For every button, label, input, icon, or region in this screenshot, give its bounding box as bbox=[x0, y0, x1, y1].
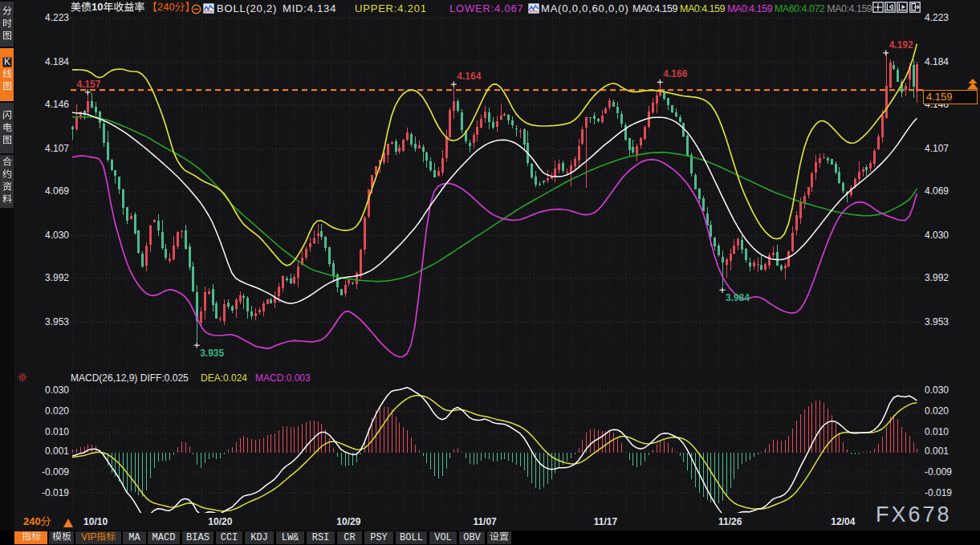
boll-lower-value: LOWER:4.067 bbox=[449, 2, 524, 14]
date-tick-5: 11/26 bbox=[718, 516, 742, 527]
price-tick-l-0: 4.223 bbox=[16, 13, 69, 22]
price-tick-r-3: 4.107 bbox=[925, 144, 949, 153]
red-sun-icon[interactable] bbox=[18, 372, 27, 382]
svg-text:3.984: 3.984 bbox=[726, 292, 750, 303]
svg-text:3.935: 3.935 bbox=[200, 348, 224, 359]
macd-tick-l-3: 0.001 bbox=[16, 446, 69, 456]
current-price-value: 4.159 bbox=[926, 91, 953, 103]
toolbar-CR[interactable]: CR bbox=[337, 531, 362, 544]
toolbar-BOLL[interactable]: BOLL bbox=[396, 531, 427, 544]
move-crosshair-icon[interactable] bbox=[872, 2, 884, 13]
macd-tick-l-1: 0.020 bbox=[16, 406, 69, 416]
toolbar-[interactable] bbox=[14, 531, 47, 544]
macd-tick-l-0: 0.030 bbox=[16, 385, 69, 395]
toolbar-MACD[interactable]: MACD bbox=[148, 531, 180, 544]
svg-text:V: V bbox=[81, 531, 87, 543]
macd-tick-r-5: -0.019 bbox=[925, 488, 952, 498]
svg-text:0: 0 bbox=[35, 515, 40, 527]
macd-macd-value: MACD:0.003 bbox=[255, 372, 311, 384]
macd-params-diff: MACD(26,12,9) DIFF:0.025 bbox=[71, 372, 189, 384]
price-tick-l-1: 4.184 bbox=[16, 57, 69, 67]
date-tick-0: 10/10 bbox=[83, 516, 108, 527]
price-tick-l-3: 4.107 bbox=[16, 144, 69, 153]
sidebar-tab-3[interactable] bbox=[0, 103, 14, 153]
ma-value-2: MA0:4.159 bbox=[727, 3, 772, 14]
current-price-box: 4.159 bbox=[923, 90, 978, 104]
sidebar-tab-4[interactable] bbox=[0, 155, 14, 208]
svg-text:4.164: 4.164 bbox=[457, 71, 481, 82]
ma-value-1: MA0:4.159 bbox=[680, 3, 725, 14]
ma-chart-icon[interactable] bbox=[528, 3, 539, 14]
chart-canvas[interactable]: 4.1574.1644.1664.1923.9353.984 bbox=[0, 0, 980, 545]
toolbar-MA[interactable]: MA bbox=[123, 531, 146, 544]
toolbar-KDJ[interactable]: KDJ bbox=[245, 531, 274, 544]
axis-pan-left-icon[interactable] bbox=[884, 2, 896, 13]
minus-circle-icon[interactable] bbox=[191, 4, 201, 14]
instrument-title: 10 bbox=[71, 2, 145, 14]
sidebar-tab-2[interactable]: K bbox=[0, 48, 14, 101]
price-tick-r-5: 4.030 bbox=[925, 230, 949, 240]
svg-text:K: K bbox=[3, 56, 10, 67]
svg-text:0: 0 bbox=[169, 1, 175, 13]
price-tick-l-7: 3.953 bbox=[16, 317, 69, 327]
toolbar-LW[interactable]: LW& bbox=[276, 531, 304, 544]
macd-tick-r-4: -0.009 bbox=[925, 467, 952, 477]
toolbar-VOL[interactable]: VOL bbox=[429, 531, 457, 544]
svg-text:4.192: 4.192 bbox=[889, 39, 913, 51]
price-tick-r-4: 4.069 bbox=[925, 186, 949, 196]
bottom-toolbar: VIPMAMACDBIASCCIKDJLW&RSICRPSYBOLLVOLOBV bbox=[0, 531, 980, 545]
price-up-arrow-icon bbox=[966, 79, 979, 91]
toolbar-OBV[interactable]: OBV bbox=[459, 531, 485, 544]
ma-value-3: MA60:4.072 bbox=[775, 3, 824, 14]
period-up-triangle-icon bbox=[63, 519, 73, 527]
date-tick-3: 11/07 bbox=[473, 516, 496, 527]
macd-tick-l-4: -0.009 bbox=[16, 467, 69, 477]
macd-dea-value: DEA:0.024 bbox=[201, 372, 247, 384]
boll-mid-value: MID:4.134 bbox=[283, 2, 336, 14]
toolbar-CCI[interactable]: CCI bbox=[216, 531, 242, 544]
svg-text:2: 2 bbox=[23, 515, 29, 527]
macd-tick-l-5: -0.019 bbox=[16, 488, 69, 498]
toolbar-PSY[interactable]: PSY bbox=[364, 531, 393, 544]
macd-tick-r-1: 0.020 bbox=[925, 406, 949, 416]
price-tick-r-7: 3.953 bbox=[925, 317, 949, 327]
macd-tick-r-0: 0.030 bbox=[925, 385, 949, 395]
toolbar-BIAS[interactable]: BIAS bbox=[182, 531, 213, 544]
ma-value-0: MA0:4.159 bbox=[632, 3, 677, 14]
sidebar-tabs: K bbox=[0, 0, 14, 545]
period-label: 240 bbox=[147, 2, 196, 14]
boll-upper-value: UPPER:4.201 bbox=[355, 2, 427, 14]
price-tick-l-2: 4.146 bbox=[16, 100, 69, 109]
price-tick-r-0: 4.223 bbox=[925, 13, 949, 22]
sidebar-tab-1[interactable] bbox=[0, 2, 14, 47]
price-tick-r-6: 3.992 bbox=[925, 273, 949, 283]
window-icon-group bbox=[872, 2, 921, 15]
svg-text:P: P bbox=[90, 531, 96, 543]
svg-text:0: 0 bbox=[97, 1, 104, 13]
date-tick-1: 10/20 bbox=[208, 516, 232, 527]
svg-text:4.166: 4.166 bbox=[663, 68, 687, 79]
toolbar-VIP[interactable]: VIP bbox=[75, 531, 121, 544]
trading-app: 4.1574.1644.1664.1923.9353.984 10 240 BO… bbox=[0, 0, 980, 545]
date-tick-2: 10/29 bbox=[336, 516, 360, 527]
price-tick-l-5: 4.030 bbox=[16, 230, 69, 240]
svg-text:4.157: 4.157 bbox=[76, 79, 100, 90]
toolbar-[interactable] bbox=[49, 531, 74, 544]
period-bottom-label[interactable]: 240 bbox=[23, 517, 51, 529]
toolbar-RSI[interactable]: RSI bbox=[307, 531, 335, 544]
date-tick-4: 11/17 bbox=[594, 516, 617, 527]
macd-tick-l-2: 0.010 bbox=[16, 427, 69, 437]
header-bar: 10 240 BOLL(20,2) MID:4.134 UPPER:4.201 … bbox=[0, 0, 980, 18]
ma-values: MA0:4.159MA0:4.159MA0:4.159MA60:4.072MA0… bbox=[632, 2, 874, 14]
macd-tick-r-3: 0.001 bbox=[925, 446, 949, 456]
date-tick-6: 12/04 bbox=[831, 516, 855, 527]
axis-play-icon[interactable] bbox=[897, 2, 908, 13]
boll-chart-icon[interactable] bbox=[203, 3, 214, 14]
watermark: FX678 bbox=[876, 502, 952, 527]
ma-group-label: MA(0,0,0,60,0,0) bbox=[541, 2, 629, 14]
macd-tick-r-2: 0.010 bbox=[925, 427, 949, 437]
price-tick-r-1: 4.184 bbox=[925, 57, 949, 67]
price-tick-l-6: 3.992 bbox=[16, 273, 69, 283]
exit-right-icon[interactable] bbox=[909, 2, 921, 13]
toolbar-[interactable] bbox=[487, 531, 511, 544]
